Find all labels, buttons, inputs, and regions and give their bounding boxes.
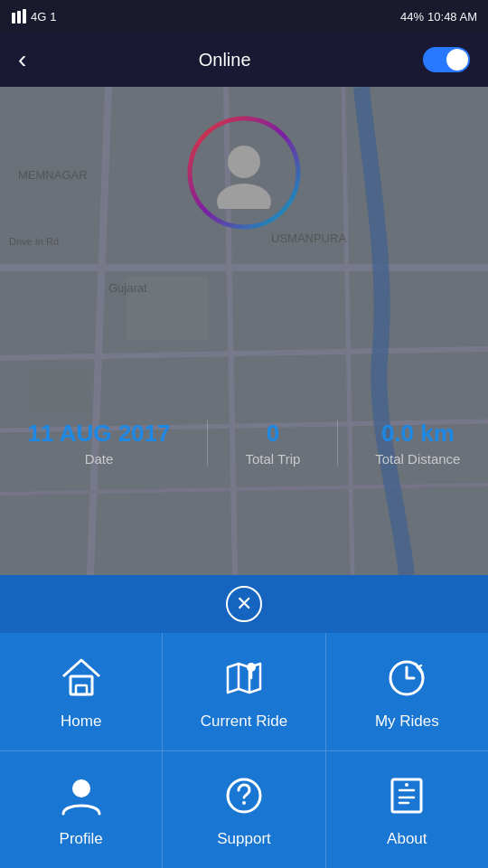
home-icon <box>56 653 107 703</box>
sim-indicator: 1 <box>50 10 56 24</box>
online-toggle[interactable] <box>423 47 470 72</box>
svg-point-22 <box>247 663 256 672</box>
current-ride-label: Current Ride <box>201 712 287 731</box>
avatar-container <box>185 114 303 231</box>
svg-rect-2 <box>23 9 26 24</box>
total-trip-label: Total Trip <box>245 451 300 467</box>
map-label-gujarat: Gujarat <box>108 281 147 295</box>
svg-rect-0 <box>12 13 15 24</box>
svg-point-15 <box>190 118 298 227</box>
nav-item-home[interactable]: Home <box>0 633 163 750</box>
my-rides-label: My Rides <box>375 712 439 731</box>
map-pin-icon <box>219 653 269 703</box>
question-icon <box>219 770 269 821</box>
map-label-usmanpura: USMANPURA <box>271 231 346 245</box>
nav-item-about[interactable]: About <box>326 751 488 869</box>
divider-2 <box>337 420 338 466</box>
date-label: Date <box>85 451 114 467</box>
clock-icon <box>381 653 432 703</box>
back-button[interactable]: ‹ <box>18 47 26 72</box>
map-label-memnagar: MEMNAGAR <box>18 168 88 182</box>
time: 10:48 AM <box>427 10 477 24</box>
profile-overlay: 11 AUG 2017 Date 0 Total Trip 0.0 km Tot… <box>0 87 488 575</box>
close-row: ✕ <box>0 575 488 633</box>
person-icon <box>56 770 107 821</box>
battery-level: 44% <box>400 10 424 24</box>
top-bar: ‹ Online <box>0 33 488 87</box>
close-icon: ✕ <box>236 592 252 616</box>
map-label-driveinrd: Drive In Rd <box>9 236 59 247</box>
stats-row: 11 AUG 2017 Date 0 Total Trip 0.0 km Tot… <box>0 420 488 467</box>
nav-item-support[interactable]: Support <box>163 751 325 869</box>
info-icon <box>381 770 432 821</box>
svg-point-31 <box>405 783 408 787</box>
about-label: About <box>387 830 427 848</box>
total-trip-value: 0 <box>267 420 279 448</box>
divider-1 <box>207 420 208 466</box>
date-value: 11 AUG 2017 <box>27 420 170 448</box>
svg-point-26 <box>242 801 246 805</box>
profile-label: Profile <box>60 830 103 848</box>
toggle-switch[interactable] <box>423 47 470 72</box>
nav-menu: Home Current Ride <box>0 633 488 868</box>
svg-point-24 <box>72 779 90 797</box>
nav-item-current-ride[interactable]: Current Ride <box>163 633 325 750</box>
total-distance-value: 0.0 km <box>381 420 455 448</box>
toggle-knob <box>446 49 468 71</box>
network-type: 4G <box>31 10 46 24</box>
close-button[interactable]: ✕ <box>226 586 262 622</box>
total-distance-label: Total Distance <box>375 451 460 467</box>
nav-row-1: Home Current Ride <box>0 633 488 751</box>
total-trip-stat: 0 Total Trip <box>245 420 300 467</box>
status-bar: 4G 1 44% 10:48 AM <box>0 0 488 33</box>
total-distance-stat: 0.0 km Total Distance <box>375 420 460 467</box>
support-label: Support <box>217 830 271 848</box>
date-stat: 11 AUG 2017 Date <box>27 420 170 467</box>
status-left: 4G 1 <box>11 8 57 24</box>
nav-item-my-rides[interactable]: My Rides <box>326 633 488 750</box>
online-label: Online <box>199 50 251 71</box>
status-right: 44% 10:48 AM <box>400 10 477 24</box>
home-label: Home <box>61 712 101 731</box>
svg-rect-1 <box>17 11 21 24</box>
nav-row-2: Profile Support <box>0 751 488 869</box>
map-area: 11 AUG 2017 Date 0 Total Trip 0.0 km Tot… <box>0 87 488 575</box>
nav-item-profile[interactable]: Profile <box>0 751 163 869</box>
